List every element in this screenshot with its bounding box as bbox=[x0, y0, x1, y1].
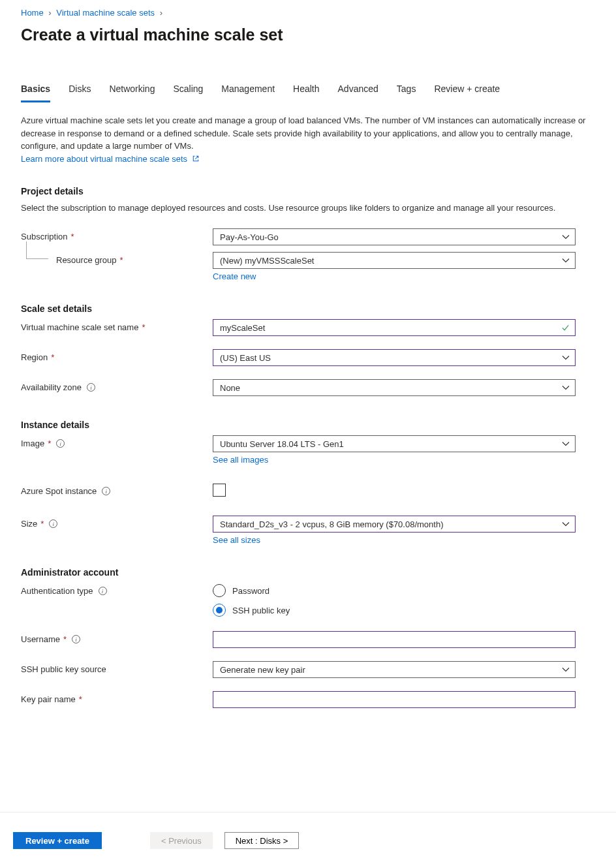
tab-advanced[interactable]: Advanced bbox=[338, 81, 378, 102]
section-scale-title: Scale set details bbox=[21, 303, 595, 314]
region-label: Region* bbox=[21, 349, 213, 362]
ssh-key-source-select[interactable]: Generate new key pair bbox=[213, 661, 576, 678]
chevron-down-icon bbox=[562, 520, 570, 528]
ssh-key-source-value: Generate new key pair bbox=[220, 665, 305, 675]
availability-zone-select[interactable]: None bbox=[213, 379, 576, 396]
tab-scaling[interactable]: Scaling bbox=[173, 81, 203, 102]
breadcrumb-home[interactable]: Home bbox=[21, 8, 44, 18]
create-new-rg-link[interactable]: Create new bbox=[213, 271, 256, 281]
info-icon[interactable]: i bbox=[56, 439, 65, 448]
image-value: Ubuntu Server 18.04 LTS - Gen1 bbox=[220, 439, 344, 449]
section-instance-title: Instance details bbox=[21, 420, 595, 430]
ssh-key-source-label: SSH public key source bbox=[21, 661, 213, 674]
tab-basics[interactable]: Basics bbox=[21, 81, 50, 102]
info-icon[interactable]: i bbox=[87, 383, 95, 392]
image-label: Image* i bbox=[21, 435, 213, 448]
tab-review[interactable]: Review + create bbox=[434, 81, 500, 102]
info-icon[interactable]: i bbox=[49, 519, 57, 528]
key-pair-name-input[interactable] bbox=[213, 691, 576, 708]
learn-more-label: Learn more about virtual machine scale s… bbox=[21, 154, 187, 164]
username-input[interactable] bbox=[213, 631, 576, 648]
spot-instance-label: Azure Spot instance i bbox=[21, 483, 213, 496]
resource-group-select[interactable]: (New) myVMSSScaleSet bbox=[213, 252, 576, 269]
learn-more-link[interactable]: Learn more about virtual machine scale s… bbox=[21, 154, 200, 164]
intro-text: Azure virtual machine scale sets let you… bbox=[21, 114, 589, 153]
availability-zone-label: Availability zone i bbox=[21, 379, 213, 392]
spot-instance-checkbox[interactable] bbox=[213, 484, 226, 497]
info-icon[interactable]: i bbox=[72, 635, 80, 643]
tab-disks[interactable]: Disks bbox=[69, 81, 91, 102]
section-project-desc: Select the subscription to manage deploy… bbox=[21, 202, 589, 215]
region-value: (US) East US bbox=[220, 353, 271, 363]
checkmark-icon bbox=[561, 324, 570, 332]
subscription-label: Subscription* bbox=[21, 228, 213, 241]
tab-health[interactable]: Health bbox=[293, 81, 319, 102]
chevron-right-icon: › bbox=[48, 8, 51, 18]
auth-type-label: Authentication type i bbox=[21, 583, 213, 596]
chevron-down-icon bbox=[562, 233, 570, 241]
username-label: Username* i bbox=[21, 631, 213, 644]
vmss-name-input[interactable]: myScaleSet bbox=[213, 319, 576, 336]
subscription-select[interactable]: Pay-As-You-Go bbox=[213, 228, 576, 245]
see-all-sizes-link[interactable]: See all sizes bbox=[213, 535, 260, 545]
auth-password-radio[interactable]: Password bbox=[213, 584, 576, 597]
auth-ssh-label: SSH public key bbox=[232, 606, 290, 615]
size-label: Size* i bbox=[21, 516, 213, 529]
chevron-down-icon bbox=[562, 666, 570, 673]
breadcrumb: Home › Virtual machine scale sets › bbox=[21, 8, 595, 18]
chevron-right-icon: › bbox=[160, 8, 162, 18]
subscription-value: Pay-As-You-Go bbox=[220, 232, 279, 242]
key-pair-name-label: Key pair name* bbox=[21, 691, 213, 704]
availability-zone-value: None bbox=[220, 383, 240, 393]
page-title: Create a virtual machine scale set bbox=[21, 25, 595, 44]
info-icon[interactable]: i bbox=[102, 487, 110, 495]
tabs: Basics Disks Networking Scaling Manageme… bbox=[21, 81, 595, 102]
image-select[interactable]: Ubuntu Server 18.04 LTS - Gen1 bbox=[213, 435, 576, 452]
section-admin-title: Administrator account bbox=[21, 567, 595, 578]
auth-password-label: Password bbox=[232, 586, 270, 596]
auth-ssh-radio[interactable]: SSH public key bbox=[213, 604, 576, 617]
external-link-icon bbox=[192, 155, 200, 162]
resource-group-label: Resource group* bbox=[21, 252, 213, 265]
radio-icon bbox=[213, 584, 226, 597]
breadcrumb-parent[interactable]: Virtual machine scale sets bbox=[56, 8, 155, 18]
radio-icon bbox=[213, 604, 226, 617]
resource-group-value: (New) myVMSSScaleSet bbox=[220, 256, 314, 266]
tab-management[interactable]: Management bbox=[221, 81, 275, 102]
vmss-name-label: Virtual machine scale set name* bbox=[21, 319, 213, 332]
chevron-down-icon bbox=[562, 354, 570, 362]
info-icon[interactable]: i bbox=[99, 587, 107, 595]
size-value: Standard_D2s_v3 - 2 vcpus, 8 GiB memory … bbox=[220, 519, 444, 529]
chevron-down-icon bbox=[562, 256, 570, 264]
auth-type-radio-group: Password SSH public key bbox=[213, 583, 576, 617]
vmss-name-value: myScaleSet bbox=[220, 323, 265, 333]
chevron-down-icon bbox=[562, 384, 570, 392]
chevron-down-icon bbox=[562, 440, 570, 448]
tab-tags[interactable]: Tags bbox=[397, 81, 416, 102]
size-select[interactable]: Standard_D2s_v3 - 2 vcpus, 8 GiB memory … bbox=[213, 516, 576, 533]
see-all-images-link[interactable]: See all images bbox=[213, 455, 268, 465]
region-select[interactable]: (US) East US bbox=[213, 349, 576, 366]
section-project-title: Project details bbox=[21, 186, 595, 196]
tab-networking[interactable]: Networking bbox=[109, 81, 155, 102]
